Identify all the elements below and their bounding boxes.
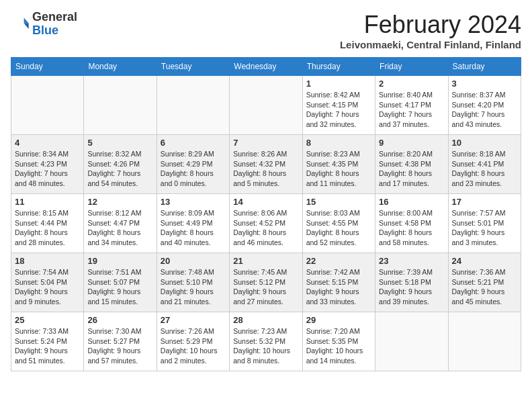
calendar-cell: 15Sunrise: 8:03 AM Sunset: 4:55 PM Dayli… <box>302 194 375 253</box>
day-number: 24 <box>452 256 517 266</box>
calendar-cell: 11Sunrise: 8:15 AM Sunset: 4:44 PM Dayli… <box>11 194 84 253</box>
weekday-header-wednesday: Wednesday <box>230 58 302 76</box>
month-year: February 2024 <box>340 11 521 39</box>
calendar-cell: 14Sunrise: 8:06 AM Sunset: 4:52 PM Dayli… <box>230 194 302 253</box>
day-number: 15 <box>306 197 371 207</box>
logo-text: General Blue <box>32 11 77 38</box>
day-info: Sunrise: 8:32 AM Sunset: 4:26 PM Dayligh… <box>87 149 152 189</box>
logo-icon <box>11 15 30 34</box>
day-info: Sunrise: 8:23 AM Sunset: 4:35 PM Dayligh… <box>306 149 371 189</box>
calendar-cell: 16Sunrise: 8:00 AM Sunset: 4:58 PM Dayli… <box>375 194 448 253</box>
day-number: 1 <box>306 79 371 89</box>
day-number: 12 <box>87 197 152 207</box>
day-number: 28 <box>233 315 298 325</box>
day-number: 26 <box>87 315 152 325</box>
header: General Blue February 2024 Leivonmaeki, … <box>11 11 521 50</box>
calendar-cell <box>84 76 157 135</box>
calendar-cell: 17Sunrise: 7:57 AM Sunset: 5:01 PM Dayli… <box>448 194 521 253</box>
calendar-cell: 27Sunrise: 7:26 AM Sunset: 5:29 PM Dayli… <box>157 312 229 371</box>
day-number: 6 <box>161 138 226 148</box>
weekday-header-thursday: Thursday <box>302 58 375 76</box>
calendar-cell <box>157 76 229 135</box>
day-info: Sunrise: 7:33 AM Sunset: 5:24 PM Dayligh… <box>15 326 80 366</box>
calendar-cell: 2Sunrise: 8:40 AM Sunset: 4:17 PM Daylig… <box>375 76 448 135</box>
day-info: Sunrise: 8:03 AM Sunset: 4:55 PM Dayligh… <box>306 208 371 248</box>
calendar-cell: 21Sunrise: 7:45 AM Sunset: 5:12 PM Dayli… <box>230 253 302 312</box>
calendar-cell: 3Sunrise: 8:37 AM Sunset: 4:20 PM Daylig… <box>448 76 521 135</box>
calendar-cell: 10Sunrise: 8:18 AM Sunset: 4:41 PM Dayli… <box>448 135 521 194</box>
weekday-header-row: SundayMondayTuesdayWednesdayThursdayFrid… <box>11 58 521 76</box>
day-number: 4 <box>15 138 80 148</box>
day-info: Sunrise: 8:37 AM Sunset: 4:20 PM Dayligh… <box>452 90 517 130</box>
calendar-cell: 4Sunrise: 8:34 AM Sunset: 4:23 PM Daylig… <box>11 135 84 194</box>
calendar-cell: 28Sunrise: 7:23 AM Sunset: 5:32 PM Dayli… <box>230 312 302 371</box>
calendar-week-row: 4Sunrise: 8:34 AM Sunset: 4:23 PM Daylig… <box>11 135 521 194</box>
day-info: Sunrise: 8:09 AM Sunset: 4:49 PM Dayligh… <box>161 208 226 248</box>
day-number: 7 <box>233 138 298 148</box>
day-number: 17 <box>452 197 517 207</box>
weekday-header-saturday: Saturday <box>448 58 521 76</box>
calendar-cell: 5Sunrise: 8:32 AM Sunset: 4:26 PM Daylig… <box>84 135 157 194</box>
calendar-week-row: 11Sunrise: 8:15 AM Sunset: 4:44 PM Dayli… <box>11 194 521 253</box>
calendar-cell: 1Sunrise: 8:42 AM Sunset: 4:15 PM Daylig… <box>302 76 375 135</box>
day-number: 21 <box>233 256 298 266</box>
day-info: Sunrise: 8:15 AM Sunset: 4:44 PM Dayligh… <box>15 208 80 248</box>
calendar-cell: 24Sunrise: 7:36 AM Sunset: 5:21 PM Dayli… <box>448 253 521 312</box>
weekday-header-friday: Friday <box>375 58 448 76</box>
day-info: Sunrise: 8:26 AM Sunset: 4:32 PM Dayligh… <box>233 149 298 189</box>
day-number: 22 <box>306 256 371 266</box>
day-info: Sunrise: 8:40 AM Sunset: 4:17 PM Dayligh… <box>379 90 444 130</box>
day-number: 16 <box>379 197 444 207</box>
calendar-cell: 23Sunrise: 7:39 AM Sunset: 5:18 PM Dayli… <box>375 253 448 312</box>
calendar-cell: 29Sunrise: 7:20 AM Sunset: 5:35 PM Dayli… <box>302 312 375 371</box>
day-info: Sunrise: 7:23 AM Sunset: 5:32 PM Dayligh… <box>233 326 298 366</box>
calendar-cell: 19Sunrise: 7:51 AM Sunset: 5:07 PM Dayli… <box>84 253 157 312</box>
day-number: 9 <box>379 138 444 148</box>
calendar-cell: 6Sunrise: 8:29 AM Sunset: 4:29 PM Daylig… <box>157 135 229 194</box>
day-number: 20 <box>161 256 226 266</box>
day-info: Sunrise: 7:57 AM Sunset: 5:01 PM Dayligh… <box>452 208 517 248</box>
day-number: 5 <box>87 138 152 148</box>
day-number: 23 <box>379 256 444 266</box>
day-number: 25 <box>15 315 80 325</box>
calendar-cell: 8Sunrise: 8:23 AM Sunset: 4:35 PM Daylig… <box>302 135 375 194</box>
day-info: Sunrise: 8:42 AM Sunset: 4:15 PM Dayligh… <box>306 90 371 130</box>
title-area: February 2024 Leivonmaeki, Central Finla… <box>340 11 521 50</box>
calendar-cell: 20Sunrise: 7:48 AM Sunset: 5:10 PM Dayli… <box>157 253 229 312</box>
day-number: 11 <box>15 197 80 207</box>
day-info: Sunrise: 7:39 AM Sunset: 5:18 PM Dayligh… <box>379 267 444 307</box>
day-number: 10 <box>452 138 517 148</box>
calendar-cell: 22Sunrise: 7:42 AM Sunset: 5:15 PM Dayli… <box>302 253 375 312</box>
day-info: Sunrise: 7:48 AM Sunset: 5:10 PM Dayligh… <box>161 267 226 307</box>
day-info: Sunrise: 7:36 AM Sunset: 5:21 PM Dayligh… <box>452 267 517 307</box>
calendar-cell: 13Sunrise: 8:09 AM Sunset: 4:49 PM Dayli… <box>157 194 229 253</box>
calendar-cell <box>230 76 302 135</box>
day-number: 13 <box>161 197 226 207</box>
day-info: Sunrise: 7:42 AM Sunset: 5:15 PM Dayligh… <box>306 267 371 307</box>
calendar-table: SundayMondayTuesdayWednesdayThursdayFrid… <box>11 57 521 371</box>
location: Leivonmaeki, Central Finland, Finland <box>340 39 521 50</box>
weekday-header-tuesday: Tuesday <box>157 58 229 76</box>
day-info: Sunrise: 8:20 AM Sunset: 4:38 PM Dayligh… <box>379 149 444 189</box>
day-info: Sunrise: 7:51 AM Sunset: 5:07 PM Dayligh… <box>87 267 152 307</box>
day-number: 2 <box>379 79 444 89</box>
calendar-cell <box>375 312 448 371</box>
day-info: Sunrise: 7:54 AM Sunset: 5:04 PM Dayligh… <box>15 267 80 307</box>
calendar-week-row: 18Sunrise: 7:54 AM Sunset: 5:04 PM Dayli… <box>11 253 521 312</box>
day-number: 3 <box>452 79 517 89</box>
calendar-cell: 12Sunrise: 8:12 AM Sunset: 4:47 PM Dayli… <box>84 194 157 253</box>
day-info: Sunrise: 8:12 AM Sunset: 4:47 PM Dayligh… <box>87 208 152 248</box>
logo-general: General <box>32 11 77 24</box>
calendar-cell: 26Sunrise: 7:30 AM Sunset: 5:27 PM Dayli… <box>84 312 157 371</box>
calendar-cell <box>448 312 521 371</box>
day-info: Sunrise: 8:06 AM Sunset: 4:52 PM Dayligh… <box>233 208 298 248</box>
calendar-cell: 18Sunrise: 7:54 AM Sunset: 5:04 PM Dayli… <box>11 253 84 312</box>
day-info: Sunrise: 8:34 AM Sunset: 4:23 PM Dayligh… <box>15 149 80 189</box>
day-info: Sunrise: 7:30 AM Sunset: 5:27 PM Dayligh… <box>87 326 152 366</box>
day-number: 18 <box>15 256 80 266</box>
calendar-cell: 9Sunrise: 8:20 AM Sunset: 4:38 PM Daylig… <box>375 135 448 194</box>
day-info: Sunrise: 8:29 AM Sunset: 4:29 PM Dayligh… <box>161 149 226 189</box>
day-info: Sunrise: 8:18 AM Sunset: 4:41 PM Dayligh… <box>452 149 517 189</box>
day-number: 27 <box>161 315 226 325</box>
day-info: Sunrise: 7:26 AM Sunset: 5:29 PM Dayligh… <box>161 326 226 366</box>
